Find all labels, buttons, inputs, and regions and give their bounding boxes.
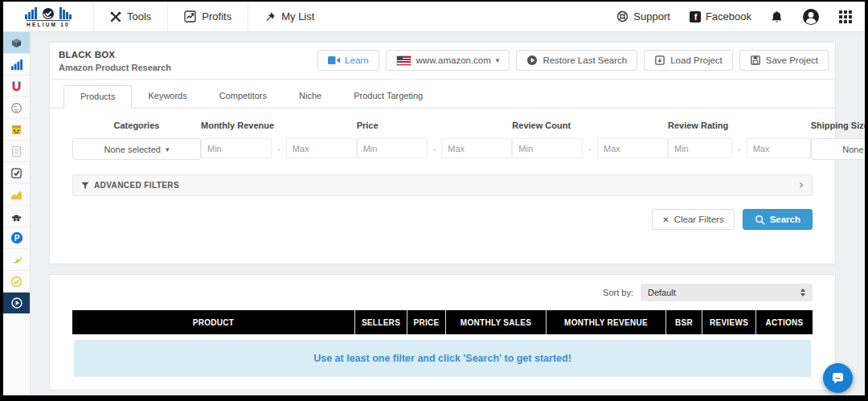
shipping-size-tier-select[interactable]: None selected ▾: [811, 138, 865, 160]
user-avatar[interactable]: [802, 8, 820, 26]
main-content: BLACK BOX Amazon Product Research Learn: [31, 32, 865, 395]
filter-actions: ✕ Clear Filters Search: [72, 209, 813, 264]
monthly-revenue-min-input[interactable]: [201, 138, 272, 158]
sidebar-item-magnet[interactable]: [3, 76, 30, 97]
sidebar-item-follow-up[interactable]: [3, 249, 30, 271]
tab-product-targeting[interactable]: Product Targeting: [338, 85, 439, 108]
funnel-icon: [81, 182, 89, 190]
helium10-logo-text: HELIUM 10: [27, 20, 70, 27]
profits-chart-icon: [184, 10, 196, 23]
advanced-filters-bar[interactable]: ADVANCED FILTERS ›: [72, 174, 813, 196]
load-label: Load Project: [670, 55, 723, 65]
app-window: HELIUM 10 Tools Profits My List: [3, 2, 865, 395]
sidebar-item-keyword-tracker[interactable]: [3, 184, 30, 206]
sort-value: Default: [648, 288, 676, 297]
nav-profits-label: Profits: [202, 10, 231, 23]
review-count-max-input[interactable]: [597, 138, 668, 158]
review-rating-max-input[interactable]: [747, 138, 811, 158]
marketplace-select[interactable]: www.amazon.com ▾: [386, 50, 510, 71]
restore-last-search-button[interactable]: Restore Last Search: [516, 50, 637, 71]
tools-icon: [110, 11, 121, 23]
nav-support[interactable]: Support: [616, 10, 670, 23]
categories-select[interactable]: None selected ▾: [72, 138, 201, 160]
nav-profits[interactable]: Profits: [167, 2, 248, 31]
header-actions: Learn www.amazon.com ▾ Rest: [317, 50, 829, 71]
checkbox-icon: [10, 167, 23, 179]
clear-filters-label: Clear Filters: [674, 215, 724, 224]
svg-text:P: P: [14, 234, 19, 243]
filter-review-rating: Review Rating -: [668, 121, 811, 160]
price-min-input[interactable]: [357, 138, 428, 158]
black-box-cube-icon: [10, 37, 23, 49]
filter-categories: Categories None selected ▾: [72, 121, 201, 160]
tab-competitors[interactable]: Competitors: [203, 85, 283, 108]
sidebar-item-hijacker-alerts[interactable]: [3, 206, 30, 227]
magnet-icon: [10, 80, 23, 92]
column-bsr: BSR: [665, 310, 702, 334]
helium10-logo[interactable]: HELIUM 10: [3, 2, 93, 31]
categories-value: None selected: [104, 145, 161, 154]
sidebar-item-scribbles[interactable]: [3, 141, 30, 162]
nav-my-list-label: My List: [281, 10, 314, 23]
check-circle-icon: [10, 276, 23, 288]
sidebar-item-profits[interactable]: P: [3, 227, 30, 249]
range-dash: -: [588, 144, 592, 153]
load-project-button[interactable]: Load Project: [644, 50, 733, 71]
lifebuoy-icon: [616, 10, 628, 23]
cerebro-brain-icon: [10, 102, 23, 114]
sidebar-item-index-checker[interactable]: [3, 162, 30, 184]
tab-niche[interactable]: Niche: [283, 85, 338, 108]
nav-facebook[interactable]: f Facebook: [690, 10, 751, 23]
apps-grid[interactable]: [839, 10, 852, 23]
results-panel: Sort by: Default PRODUCT SELLERS PRICE M…: [49, 274, 836, 391]
sidebar-item-black-box[interactable]: [3, 32, 30, 54]
filters-row: Categories None selected ▾ Monthly Reven…: [50, 108, 835, 165]
chat-launcher[interactable]: [823, 363, 853, 393]
sidebar-item-video-player[interactable]: [3, 293, 30, 314]
review-count-min-input[interactable]: [512, 138, 583, 158]
avatar-icon: [802, 8, 820, 26]
sidebar-item-frankenstein[interactable]: [3, 119, 30, 141]
nav-tools-label: Tools: [127, 10, 151, 23]
notifications-bell[interactable]: [771, 10, 783, 23]
range-dash: -: [433, 144, 436, 153]
sidebar-item-trendster[interactable]: [3, 54, 30, 76]
search-button[interactable]: Search: [743, 209, 813, 230]
empty-state-message: Use at least one filter and click 'Searc…: [74, 340, 811, 377]
page-title: BLACK BOX: [59, 50, 171, 59]
video-camera-icon: [328, 55, 340, 65]
price-max-input[interactable]: [441, 138, 512, 158]
clear-filters-button[interactable]: ✕ Clear Filters: [652, 209, 734, 230]
filter-label: Price: [357, 121, 513, 130]
results-table-header: PRODUCT SELLERS PRICE MONTHLY SALES MONT…: [72, 310, 813, 334]
filter-label: Review Rating: [668, 121, 811, 130]
range-dash: -: [738, 144, 741, 153]
column-sellers: SELLERS: [354, 310, 407, 334]
sidebar-item-cerebro[interactable]: [3, 97, 30, 119]
nav-my-list[interactable]: My List: [248, 2, 330, 31]
sort-select[interactable]: Default: [641, 284, 813, 301]
topnav-right: Support f Facebook: [616, 2, 865, 31]
svg-text:f: f: [694, 12, 698, 22]
tool-sidebar: P: [3, 32, 31, 395]
chat-bubble-icon: [830, 370, 845, 386]
filter-label: Shipping Size Tier: [811, 121, 865, 130]
spy-icon: [10, 211, 23, 223]
sort-by-label: Sort by:: [603, 288, 633, 297]
tab-products[interactable]: Products: [63, 85, 132, 108]
filter-review-count: Review Count -: [512, 121, 668, 160]
page-title-block: BLACK BOX Amazon Product Research: [59, 50, 171, 72]
advanced-filters-label: ADVANCED FILTERS: [94, 181, 179, 190]
chevron-right-icon[interactable]: ›: [799, 179, 804, 191]
chevron-down-icon: ▾: [166, 145, 170, 153]
review-rating-min-input[interactable]: [668, 138, 732, 158]
area-chart-icon: [10, 189, 23, 201]
monthly-revenue-max-input[interactable]: [286, 138, 357, 158]
shipping-size-tier-value: None selected: [842, 145, 865, 154]
nav-tools[interactable]: Tools: [93, 2, 167, 31]
sidebar-item-refund-genie[interactable]: [3, 271, 30, 293]
learn-button[interactable]: Learn: [317, 50, 379, 71]
black-box-panel: BLACK BOX Amazon Product Research Learn: [49, 42, 836, 264]
save-project-button[interactable]: Save Project: [739, 50, 829, 71]
tab-keywords[interactable]: Keywords: [132, 85, 203, 108]
